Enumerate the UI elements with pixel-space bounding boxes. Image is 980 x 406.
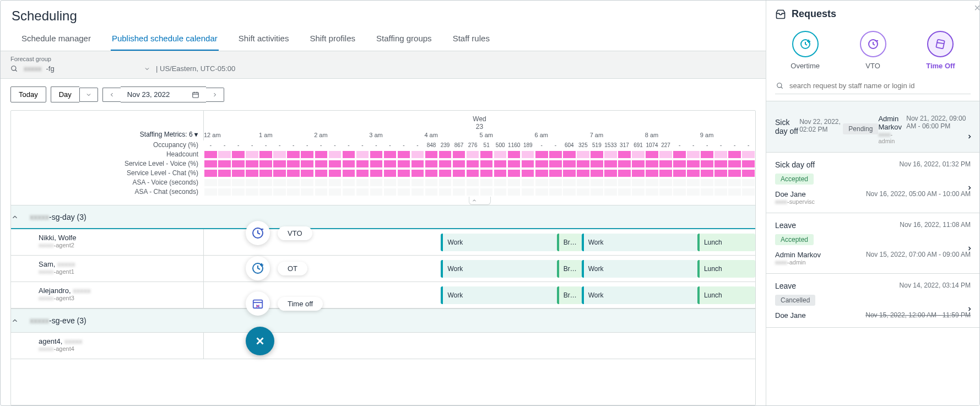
- metric-cell: [562, 169, 576, 178]
- staffing-metrics-dropdown[interactable]: Staffing Metrics: 6 ▾: [11, 111, 203, 139]
- next-day-button[interactable]: [206, 88, 224, 102]
- metric-cell: [618, 150, 631, 159]
- fab-close-button[interactable]: [246, 327, 274, 355]
- group-header[interactable]: xxxxx-sg-eve (3): [11, 308, 755, 333]
- tab-schedule-manager[interactable]: Schedule manager: [20, 28, 92, 51]
- request-range: Nov 21, 2022, 09:00 AM - 06:00 PM: [906, 115, 971, 144]
- hour-label: 6 am: [535, 132, 590, 140]
- tab-staffing-groups[interactable]: Staffing groups: [375, 28, 433, 51]
- metric-cell: [562, 150, 576, 159]
- shift-segment-lunch[interactable]: Lunch: [697, 260, 755, 278]
- metric-cell: 276: [466, 140, 480, 150]
- metric-cell: [342, 187, 355, 197]
- metric-cell: [562, 178, 576, 187]
- view-select[interactable]: Day: [51, 86, 79, 102]
- metric-cell: [494, 150, 507, 159]
- metric-cell: -: [342, 140, 355, 150]
- timeoff-icon: [927, 31, 954, 57]
- request-search[interactable]: [775, 78, 971, 94]
- fab-timeoff-button[interactable]: [246, 291, 270, 316]
- shift-segment-work[interactable]: Work: [441, 260, 556, 278]
- today-button[interactable]: Today: [10, 86, 46, 102]
- metric-cell: [549, 178, 562, 187]
- view-select-caret[interactable]: [79, 88, 98, 102]
- metric-cell: -: [549, 140, 562, 150]
- search-icon: [10, 65, 18, 73]
- chevron-right-icon: [966, 132, 973, 141]
- metric-cell: 51: [480, 140, 494, 150]
- metric-cell: [328, 187, 342, 197]
- agent-row[interactable]: agent4, xxxxxxxxxx-agent4: [11, 333, 755, 359]
- shift-segment-work[interactable]: Work: [441, 286, 556, 304]
- forecast-group-select[interactable]: xxxxx-fg: [24, 64, 150, 73]
- tab-staff-rules[interactable]: Staff rules: [452, 28, 491, 51]
- metric-cell: [204, 169, 218, 178]
- metric-cell: [535, 169, 549, 178]
- group-header[interactable]: xxxxx-sg-day (3): [11, 205, 755, 229]
- metric-cell: [369, 187, 383, 197]
- agent-row[interactable]: Nikki, Wolfexxxxx-agent2WorkBr…WorkLunch: [11, 229, 755, 256]
- tab-shift-profiles[interactable]: Shift profiles: [308, 28, 356, 51]
- metric-name: Headcount: [11, 150, 198, 159]
- tab-shift-activities[interactable]: Shift activities: [237, 28, 290, 51]
- metric-cell: [438, 187, 452, 197]
- metric-cell: [604, 178, 618, 187]
- shift-segment-work[interactable]: Work: [441, 234, 556, 251]
- metric-cell: 1074: [645, 140, 659, 150]
- metric-cell: [300, 150, 314, 159]
- hour-label: 3 am: [369, 132, 424, 140]
- agent-row[interactable]: Alejandro, xxxxxxxxxx-agent3WorkBr…WorkL…: [11, 282, 755, 308]
- metric-cell: [397, 150, 410, 159]
- shift-segment-work[interactable]: Work: [582, 286, 697, 304]
- metric-cell: [300, 159, 314, 169]
- overtime-icon: [792, 31, 819, 57]
- request-type-timeoff[interactable]: Time Off: [926, 31, 955, 70]
- filter-bar: Forecast group xxxxx-fg | US/Eastern, UT…: [1, 51, 766, 79]
- metric-cell: [383, 159, 397, 169]
- metric-cell: [576, 159, 590, 169]
- shift-segment-lunch[interactable]: Lunch: [697, 234, 755, 251]
- request-type-overtime[interactable]: Overtime: [791, 31, 820, 70]
- close-panel-button[interactable]: ×: [974, 2, 980, 14]
- metric-cell: [383, 178, 397, 187]
- fab-vto-label[interactable]: VTO: [278, 226, 312, 240]
- request-card[interactable]: Sick day offNov 16, 2022, 01:32 PMAccept…: [766, 153, 979, 213]
- date-display[interactable]: Nov 23, 2022: [121, 86, 206, 102]
- fab-ot-label[interactable]: OT: [278, 262, 307, 275]
- tab-published-schedule-calendar[interactable]: Published schedule calendar: [111, 28, 219, 51]
- shift-segment-break[interactable]: Br…: [557, 260, 582, 278]
- metric-cell: 848: [425, 140, 438, 150]
- request-card[interactable]: LeaveNov 16, 2022, 11:08 AMAcceptedAdmin…: [766, 213, 979, 274]
- metric-cell: [355, 187, 369, 197]
- metric-cell: [314, 150, 328, 159]
- request-card[interactable]: Sick day offNov 22, 2022, 02:02 PMPendin…: [766, 101, 979, 153]
- metric-cell: -: [410, 140, 424, 150]
- shift-segment-lunch[interactable]: Lunch: [697, 286, 755, 304]
- metric-cell: [590, 159, 604, 169]
- shift-segment-break[interactable]: Br…: [557, 286, 582, 304]
- shift-segment-work[interactable]: Work: [582, 234, 697, 251]
- status-badge: Cancelled: [775, 295, 815, 306]
- shift-segment-work[interactable]: Work: [582, 260, 697, 278]
- shift-segment-break[interactable]: Br…: [557, 234, 582, 251]
- request-card[interactable]: LeaveNov 14, 2022, 03:14 PMCancelledDoe …: [766, 274, 979, 328]
- metric-cell: [410, 169, 424, 178]
- fab-ot-button[interactable]: [246, 256, 270, 280]
- request-search-input[interactable]: [788, 81, 970, 90]
- prev-day-button[interactable]: [102, 88, 121, 102]
- fab-timeoff-label[interactable]: Time off: [278, 297, 323, 311]
- svg-point-24: [777, 83, 782, 87]
- metric-cell: [741, 178, 755, 187]
- request-who: Admin Markov: [775, 251, 821, 259]
- request-title: Leave: [775, 221, 796, 230]
- metric-cell: [355, 159, 369, 169]
- fab-vto-button[interactable]: [246, 221, 270, 245]
- metric-cell: [507, 150, 521, 159]
- svg-point-0: [12, 66, 16, 70]
- collapse-metrics-handle[interactable]: [469, 197, 491, 205]
- metric-cell: [425, 187, 438, 197]
- request-type-vto[interactable]: VTO: [860, 31, 886, 70]
- agent-row[interactable]: Sam, xxxxxxxxxx-agent1WorkBr…WorkLunch: [11, 256, 755, 282]
- hour-label: 2 am: [314, 132, 369, 140]
- metric-cell: 317: [618, 140, 631, 150]
